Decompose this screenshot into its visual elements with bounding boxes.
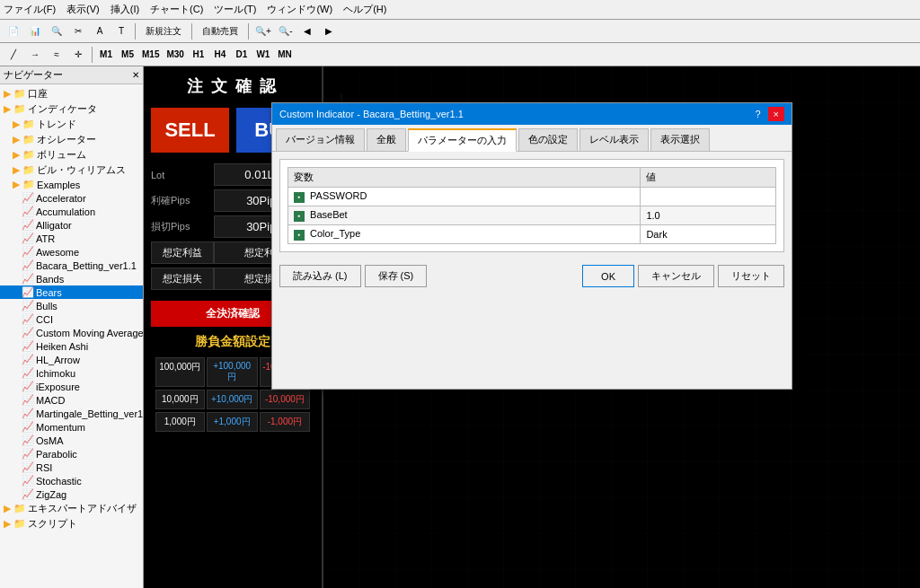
dialog-tabs: バージョン情報全般パラメーターの入力色の設定レベル表示表示選択 bbox=[272, 125, 792, 152]
nav-item-2[interactable]: ▶ 📁トレンド bbox=[0, 117, 143, 132]
table-row[interactable]: ▪ PASSWORD bbox=[288, 188, 776, 206]
dialog-tab-4[interactable]: レベル表示 bbox=[579, 128, 649, 151]
param-value-cell[interactable]: 1.0 bbox=[641, 206, 776, 225]
tf-mn[interactable]: MN bbox=[275, 45, 295, 65]
nav-item-20[interactable]: 📈Ichimoku bbox=[0, 366, 143, 380]
nav-item-16[interactable]: 📈CCI bbox=[0, 312, 143, 326]
save-button[interactable]: 保存 (S) bbox=[365, 265, 428, 287]
nav-item-label: Heiken Ashi bbox=[36, 341, 88, 352]
nav-item-15[interactable]: 📈Bulls bbox=[0, 299, 143, 312]
nav-item-10[interactable]: 📈ATR bbox=[0, 232, 143, 245]
nav-item-11[interactable]: 📈Awesome bbox=[0, 245, 143, 259]
table-row[interactable]: ▪ BaseBet 1.0 bbox=[288, 206, 776, 225]
nav-item-0[interactable]: ▶ 📁口座 bbox=[0, 86, 143, 101]
main-area: ナビゲーター ✕ ▶ 📁口座▶ 📁インディケータ▶ 📁トレンド▶ 📁オシレーター… bbox=[0, 66, 920, 588]
toolbar-btn-3[interactable]: 🔍 bbox=[47, 22, 66, 41]
dialog-close-button[interactable]: × bbox=[768, 107, 784, 121]
chart-area[interactable]: 注 文 確 認 SELL BUY Lot 0.01Lot 利確Pips 30Pi… bbox=[144, 66, 920, 588]
cancel-button[interactable]: キャンセル bbox=[638, 265, 714, 287]
load-button[interactable]: 読み込み (L) bbox=[279, 265, 361, 287]
new-order-button-2[interactable]: 新規注文 bbox=[139, 22, 188, 41]
nav-item-label: Custom Moving Averages bbox=[36, 328, 144, 338]
nav-item-30[interactable]: ▶ 📁エキスパートアドバイザ bbox=[0, 501, 143, 516]
dialog-footer-right: OK キャンセル リセット bbox=[582, 265, 784, 287]
nav-item-5[interactable]: ▶ 📁ビル・ウィリアムス bbox=[0, 162, 143, 178]
toolbar-btn-6[interactable]: T bbox=[111, 22, 131, 41]
separator-tf bbox=[92, 47, 93, 63]
draw-fib-btn[interactable]: ≈ bbox=[47, 45, 66, 65]
nav-item-24[interactable]: 📈Momentum bbox=[0, 420, 143, 434]
dialog-overlay: Custom Indicator - Bacara_Betting_ver1.1… bbox=[144, 66, 920, 588]
tf-m30[interactable]: M30 bbox=[164, 45, 186, 65]
crosshair-btn[interactable]: ✛ bbox=[68, 45, 88, 65]
menu-view[interactable]: 表示(V) bbox=[66, 3, 100, 16]
menu-window[interactable]: ウィンドウ(W) bbox=[267, 3, 332, 16]
nav-item-29[interactable]: 📈ZigZag bbox=[0, 487, 143, 501]
nav-item-18[interactable]: 📈Heiken Ashi bbox=[0, 339, 143, 353]
toolbar-btn-4[interactable]: ✂ bbox=[68, 22, 88, 41]
menu-file[interactable]: ファイル(F) bbox=[4, 3, 56, 16]
table-row[interactable]: ▪ Color_Type Dark bbox=[288, 225, 776, 244]
tf-h4[interactable]: H4 bbox=[210, 45, 230, 65]
nav-item-label: Momentum bbox=[36, 422, 85, 433]
param-value-cell[interactable] bbox=[641, 188, 776, 206]
tf-h1[interactable]: H1 bbox=[189, 45, 208, 65]
nav-item-9[interactable]: 📈Alligator bbox=[0, 218, 143, 232]
dialog-footer-left: 読み込み (L) 保存 (S) bbox=[279, 265, 427, 287]
nav-item-4[interactable]: ▶ 📁ボリューム bbox=[0, 147, 143, 162]
dialog-tab-1[interactable]: 全般 bbox=[367, 128, 406, 151]
menu-insert[interactable]: 挿入(I) bbox=[111, 3, 139, 16]
nav-item-label: RSI bbox=[36, 462, 52, 473]
scroll-right-btn[interactable]: ▶ bbox=[319, 22, 339, 41]
dialog-tab-2[interactable]: パラメーターの入力 bbox=[408, 128, 517, 152]
nav-item-25[interactable]: 📈OsMA bbox=[0, 434, 143, 447]
nav-item-27[interactable]: 📈RSI bbox=[0, 461, 143, 474]
tf-m5[interactable]: M5 bbox=[118, 45, 137, 65]
nav-item-14[interactable]: 📈Bears bbox=[0, 285, 143, 299]
navigator-close-btn[interactable]: ✕ bbox=[132, 70, 139, 80]
col-header-variable: 変数 bbox=[288, 168, 641, 188]
dialog-help-button[interactable]: ? bbox=[749, 107, 765, 121]
draw-arrow-btn[interactable]: → bbox=[25, 45, 45, 65]
nav-item-23[interactable]: 📈Martingale_Betting_ver1.1 bbox=[0, 407, 143, 420]
dialog-tab-5[interactable]: 表示選択 bbox=[650, 128, 710, 151]
new-order-button[interactable]: 📄 bbox=[4, 22, 23, 41]
ok-button[interactable]: OK bbox=[582, 265, 634, 287]
nav-item-label: Alligator bbox=[36, 220, 72, 231]
nav-item-13[interactable]: 📈Bands bbox=[0, 272, 143, 285]
nav-item-12[interactable]: 📈Bacara_Betting_ver1.1 bbox=[0, 259, 143, 272]
tf-w1[interactable]: W1 bbox=[253, 45, 273, 65]
toolbar-btn-5[interactable]: A bbox=[90, 22, 110, 41]
dialog-tab-3[interactable]: 色の設定 bbox=[518, 128, 578, 151]
nav-item-21[interactable]: 📈iExposure bbox=[0, 380, 143, 393]
reset-button[interactable]: リセット bbox=[718, 265, 784, 287]
nav-item-8[interactable]: 📈Accumulation bbox=[0, 205, 143, 218]
nav-item-1[interactable]: ▶ 📁インディケータ bbox=[0, 101, 143, 117]
nav-item-label: Bacara_Betting_ver1.1 bbox=[36, 260, 137, 271]
auto-trade-button[interactable]: 自動売買 bbox=[196, 22, 244, 41]
toolbar-btn-2[interactable]: 📊 bbox=[25, 22, 45, 41]
menu-tools[interactable]: ツール(T) bbox=[214, 3, 256, 16]
nav-item-3[interactable]: ▶ 📁オシレーター bbox=[0, 132, 143, 147]
dialog-titlebar: Custom Indicator - Bacara_Betting_ver1.1… bbox=[272, 103, 792, 125]
nav-item-7[interactable]: 📈Accelerator bbox=[0, 191, 143, 205]
nav-item-6[interactable]: ▶ 📁Examples bbox=[0, 178, 143, 191]
zoom-in-btn[interactable]: 🔍+ bbox=[252, 22, 274, 41]
nav-item-31[interactable]: ▶ 📁スクリプト bbox=[0, 516, 143, 531]
nav-item-26[interactable]: 📈Parabolic bbox=[0, 447, 143, 461]
nav-item-22[interactable]: 📈MACD bbox=[0, 393, 143, 407]
menu-chart[interactable]: チャート(C) bbox=[150, 3, 203, 16]
draw-line-btn[interactable]: ╱ bbox=[4, 45, 23, 65]
tf-m1[interactable]: M1 bbox=[96, 45, 116, 65]
tf-m15[interactable]: M15 bbox=[139, 45, 162, 65]
scroll-left-btn[interactable]: ◀ bbox=[297, 22, 317, 41]
param-value-cell[interactable]: Dark bbox=[641, 225, 776, 244]
tf-d1[interactable]: D1 bbox=[232, 45, 252, 65]
nav-item-label: Parabolic bbox=[36, 449, 77, 460]
menu-help[interactable]: ヘルプ(H) bbox=[343, 3, 386, 16]
zoom-out-btn[interactable]: 🔍- bbox=[276, 22, 296, 41]
dialog-tab-0[interactable]: バージョン情報 bbox=[276, 128, 365, 151]
nav-item-28[interactable]: 📈Stochastic bbox=[0, 474, 143, 487]
nav-item-19[interactable]: 📈HL_Arrow bbox=[0, 353, 143, 366]
nav-item-17[interactable]: 📈Custom Moving Averages bbox=[0, 326, 143, 339]
